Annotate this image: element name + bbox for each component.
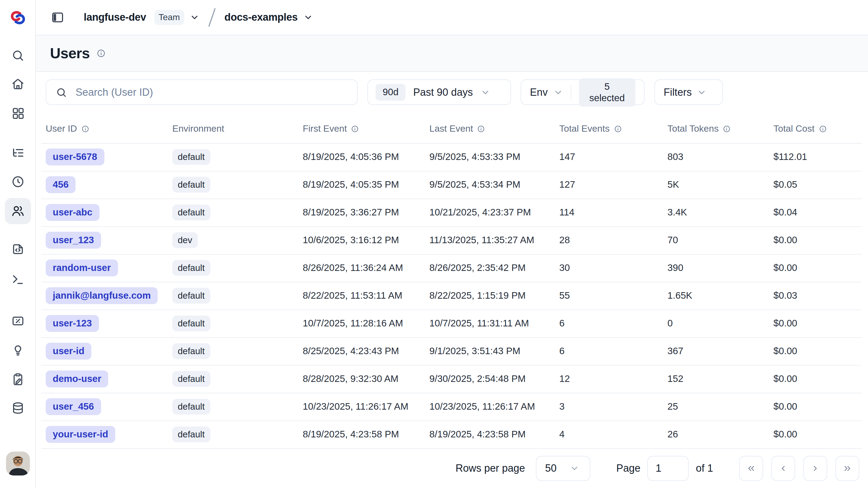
first-event-cell: 10/7/2025, 11:28:16 AM [299,310,425,337]
users-table-body: user-5678default8/19/2025, 4:05:36 PM9/5… [41,143,862,448]
environment-badge: default [172,343,210,359]
total-events-cell: 30 [555,254,663,282]
home-icon [11,78,25,91]
project-chevron-down-icon[interactable] [303,12,313,22]
first-event-cell: 8/19/2025, 4:23:58 PM [299,421,425,448]
first-event-cell: 8/19/2025, 4:05:36 PM [299,143,425,171]
column-header-total-tokens[interactable]: Total Tokens [663,105,769,143]
table-row[interactable]: jannik@langfuse.comdefault8/22/2025, 11:… [41,282,862,310]
user-id-badge[interactable]: 456 [45,176,75,193]
search-input[interactable] [75,86,357,98]
page-number-value: 1 [656,462,661,475]
user-id-badge[interactable]: demo-user [45,371,108,387]
total-tokens-cell: 0 [663,310,769,337]
environment-badge: default [172,399,210,414]
table-row[interactable]: your-user-iddefault8/19/2025, 4:23:58 PM… [41,421,862,448]
search-icon [11,49,25,62]
sidebar-item-playground[interactable] [5,266,31,293]
table-footer: Rows per page 50 Page 1 of 1 [36,449,868,488]
next-page-button[interactable] [803,456,827,481]
table-row[interactable]: user-5678default8/19/2025, 4:05:36 PM9/5… [41,143,862,171]
project-name[interactable]: docs-examples [224,11,298,23]
column-info-icon[interactable] [477,125,485,133]
column-header-total-events[interactable]: Total Events [555,105,663,143]
page-number-input[interactable]: 1 [648,456,689,481]
langfuse-logo-icon[interactable] [9,10,27,25]
table-row[interactable]: 456default8/19/2025, 4:05:35 PM9/5/2025,… [41,171,862,199]
last-page-button[interactable] [835,456,859,481]
column-info-icon[interactable] [819,125,827,133]
search-box[interactable] [45,80,358,105]
previous-page-button[interactable] [771,456,795,481]
sidebar-item-scores[interactable] [5,308,31,334]
environment-badge: default [172,427,210,442]
users-table: User IDEnvironmentFirst EventLast EventT… [41,105,862,449]
user-avatar[interactable] [6,452,30,476]
total-events-cell: 55 [555,282,663,310]
env-divider [571,85,571,99]
last-event-cell: 9/30/2025, 2:54:48 PM [425,365,555,393]
topbar: langfuse-dev Team docs-examples [36,0,868,35]
org-chevron-down-icon[interactable] [190,12,199,22]
user-id-badge[interactable]: user_456 [45,398,101,415]
sidebar-item-annotation[interactable] [5,366,31,392]
page-header: Users [36,35,868,72]
sidebar-item-insights[interactable] [5,337,31,363]
column-header-user-id[interactable]: User ID [41,105,168,143]
user-id-badge[interactable]: user-5678 [45,148,104,165]
first-page-button[interactable] [739,456,763,481]
sidebar-item-dashboards[interactable] [5,100,31,126]
sidebar-item-home[interactable] [5,71,31,97]
total-tokens-cell: 152 [663,365,769,393]
env-filter-button[interactable]: Env 5 selected [521,80,645,105]
chevron-right-icon [810,463,820,473]
sidebar-item-datasets[interactable] [5,395,31,421]
rows-per-page-chevron-icon [569,463,579,473]
sidebar-toggle-button[interactable] [51,11,64,24]
sidebar-item-sessions[interactable] [5,169,31,195]
user-id-badge[interactable]: user-id [45,343,92,360]
column-header-environment[interactable]: Environment [168,105,299,143]
sidebar-item-users[interactable] [5,198,31,224]
date-range-button[interactable]: 90d Past 90 days [367,80,511,105]
table-row[interactable]: user-iddefault8/25/2025, 4:23:43 PM9/1/2… [41,337,862,365]
env-chevron-down-icon [553,87,563,97]
total-cost-cell: $0.05 [769,171,862,199]
user-id-badge[interactable]: your-user-id [45,426,115,443]
sidebar-item-search[interactable] [5,42,31,68]
user-id-badge[interactable]: user-123 [45,315,99,332]
layout-grid-icon [11,107,25,120]
org-name[interactable]: langfuse-dev [84,11,146,23]
chevrons-left-icon [746,463,756,473]
users-icon [11,205,25,218]
first-event-cell: 8/22/2025, 11:53:11 AM [299,282,425,310]
user-id-badge[interactable]: jannik@langfuse.com [45,287,158,304]
column-header-total-cost[interactable]: Total Cost [769,105,862,143]
table-row[interactable]: user_456default10/23/2025, 11:26:17 AM10… [41,393,862,421]
table-row[interactable]: user-123default10/7/2025, 11:28:16 AM10/… [41,310,862,337]
filters-button[interactable]: Filters [654,80,723,105]
file-code-icon [11,242,25,256]
user-id-badge[interactable]: user_123 [45,232,101,249]
langfuse-app: langfuse-dev Team docs-examples Users 90… [0,0,868,488]
rows-per-page-select[interactable]: 50 [536,456,590,481]
column-info-icon[interactable] [81,125,89,133]
column-header-last-event[interactable]: Last Event [425,105,555,143]
column-info-icon[interactable] [723,125,731,133]
total-events-cell: 114 [555,199,663,226]
column-info-icon[interactable] [614,125,621,133]
page-title-info-icon[interactable] [97,49,105,58]
date-range-badge: 90d [376,84,405,101]
table-row[interactable]: user_123dev10/6/2025, 3:16:12 PM11/13/20… [41,226,862,254]
total-events-cell: 6 [555,310,663,337]
column-info-icon[interactable] [351,125,359,133]
total-cost-cell: $0.03 [769,282,862,310]
user-id-badge[interactable]: random-user [45,259,118,276]
sidebar-item-tracing[interactable] [5,140,31,166]
column-header-first-event[interactable]: First Event [299,105,425,143]
user-id-badge[interactable]: user-abc [45,204,99,221]
table-row[interactable]: user-abcdefault8/19/2025, 3:36:27 PM10/2… [41,199,862,226]
table-row[interactable]: random-userdefault8/26/2025, 11:36:24 AM… [41,254,862,282]
sidebar-item-evaluators[interactable] [5,236,31,262]
table-row[interactable]: demo-userdefault8/28/2025, 9:32:30 AM9/3… [41,365,862,393]
